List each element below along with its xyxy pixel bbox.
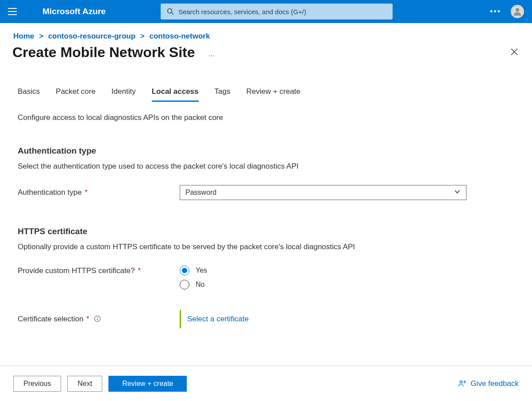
close-icon (510, 47, 519, 56)
radio-indicator (180, 280, 189, 289)
user-avatar[interactable] (511, 5, 524, 18)
auth-type-label: Authentication type * (18, 188, 180, 197)
radio-no-label: No (196, 281, 204, 289)
title-more-icon[interactable]: … (208, 50, 216, 58)
cert-selection-label: Certificate selection * (18, 315, 180, 324)
search-input[interactable] (178, 8, 386, 15)
svg-line-1 (171, 13, 173, 15)
auth-section-description: Select the authentication type used to a… (18, 162, 514, 171)
breadcrumb-home[interactable]: Home (13, 32, 34, 40)
content-area: Basics Packet core Identity Local access… (0, 69, 532, 328)
give-feedback-label: Give feedback (470, 379, 519, 388)
chevron-down-icon (454, 188, 461, 197)
tab-local-access[interactable]: Local access (152, 87, 199, 102)
page-title-row: Create Mobile Network Site … (0, 43, 532, 69)
provide-cert-field: Provide custom HTTPS certificate? * Yes … (18, 266, 514, 289)
svg-point-2 (516, 8, 519, 12)
next-button[interactable]: Next (67, 376, 102, 392)
https-section-heading: HTTPS certificate (18, 227, 514, 236)
more-actions-icon[interactable]: ••• (490, 7, 501, 16)
tab-description: Configure access to local diagnostics AP… (18, 113, 514, 122)
cert-selection-label-text: Certificate selection (18, 315, 83, 323)
radio-indicator (180, 266, 189, 275)
radio-yes[interactable]: Yes (180, 266, 207, 275)
give-feedback-link[interactable]: Give feedback (458, 379, 519, 388)
search-icon (167, 8, 174, 15)
brand-label[interactable]: Microsoft Azure (42, 7, 106, 16)
tab-tags[interactable]: Tags (215, 87, 231, 102)
tab-basics[interactable]: Basics (18, 87, 40, 102)
breadcrumb: Home > contoso-resource-group > contoso-… (0, 23, 532, 43)
auth-type-field: Authentication type * Password (18, 185, 514, 200)
select-certificate-link[interactable]: Select a certificate (187, 315, 249, 324)
svg-point-7 (97, 317, 98, 318)
review-create-button[interactable]: Review + create (108, 376, 187, 392)
breadcrumb-resource-group[interactable]: contoso-resource-group (48, 32, 135, 40)
tabs: Basics Packet core Identity Local access… (18, 87, 514, 102)
breadcrumb-network[interactable]: contoso-network (149, 32, 210, 40)
cert-select-container: Select a certificate (180, 310, 249, 328)
person-icon (513, 7, 522, 16)
info-icon[interactable] (94, 315, 101, 322)
radio-yes-label: Yes (196, 266, 207, 274)
footer-bar: Previous Next Review + create Give feedb… (0, 366, 532, 401)
previous-button[interactable]: Previous (13, 376, 61, 392)
svg-point-8 (460, 381, 462, 383)
svg-point-0 (167, 9, 172, 13)
auth-section-heading: Authentication type (18, 146, 514, 156)
radio-no[interactable]: No (180, 280, 207, 289)
auth-type-value: Password (185, 189, 216, 197)
top-bar: Microsoft Azure ••• (0, 0, 532, 23)
provide-cert-label: Provide custom HTTPS certificate? * (18, 266, 180, 275)
tab-identity[interactable]: Identity (112, 87, 136, 102)
breadcrumb-separator: > (39, 32, 43, 40)
auth-type-dropdown[interactable]: Password (180, 185, 466, 200)
hamburger-menu-icon[interactable] (8, 8, 17, 15)
global-search[interactable] (161, 4, 393, 19)
provide-cert-label-text: Provide custom HTTPS certificate? (18, 266, 135, 275)
close-button[interactable] (510, 47, 519, 58)
tab-review-create[interactable]: Review + create (246, 87, 300, 102)
tab-packet-core[interactable]: Packet core (56, 87, 96, 102)
required-marker: * (84, 315, 89, 323)
page-title: Create Mobile Network Site (12, 44, 195, 61)
required-marker: * (136, 266, 141, 275)
auth-type-label-text: Authentication type (18, 188, 82, 197)
feedback-icon (458, 379, 467, 388)
cert-selection-field: Certificate selection * Select a certifi… (18, 310, 514, 328)
breadcrumb-separator: > (140, 32, 145, 40)
required-marker: * (83, 188, 88, 197)
required-indicator-bar (180, 310, 181, 328)
https-section-description: Optionally provide a custom HTTPS certif… (18, 243, 514, 251)
provide-cert-radio-group: Yes No (180, 266, 207, 289)
